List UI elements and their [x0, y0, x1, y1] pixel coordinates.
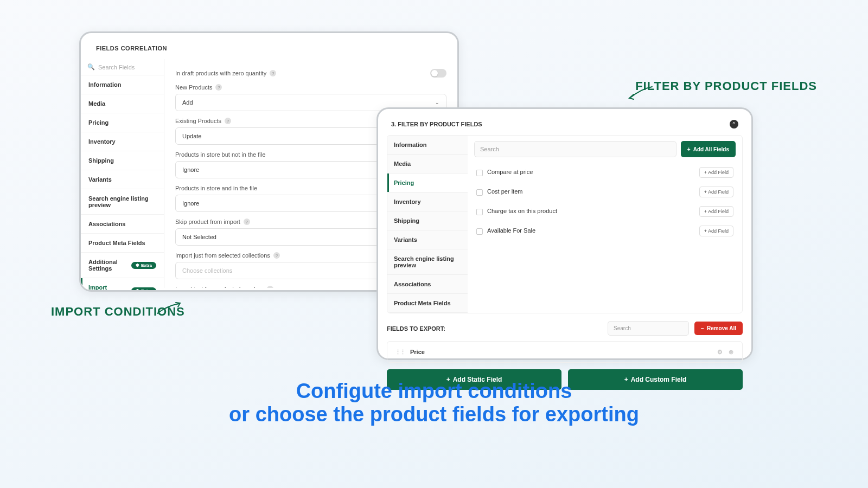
filter-sidebar: Information Media Pricing Inventory Ship…: [387, 136, 468, 313]
filter-tab-shipping[interactable]: Shipping: [387, 211, 468, 230]
extra-badge: Extra: [131, 262, 156, 269]
remove-all-button[interactable]: −Remove All: [694, 322, 743, 335]
plus-icon: +: [687, 146, 691, 152]
chevron-down-icon: ⌄: [435, 100, 439, 105]
search-fields-input[interactable]: 🔍 Search Fields: [81, 59, 164, 75]
sidebar-item-variants[interactable]: Variants: [81, 170, 164, 189]
add-field-button[interactable]: + Add Field: [699, 226, 733, 236]
filter-search-input[interactable]: Search: [474, 141, 676, 157]
sidebar-item-meta[interactable]: Product Meta Fields: [81, 234, 164, 253]
help-icon[interactable]: ?: [270, 70, 276, 76]
field-row: Compare at price + Add Field: [474, 163, 736, 182]
arrow-icon: [156, 301, 183, 318]
sidebar-item-media[interactable]: Media: [81, 94, 164, 113]
minus-icon: −: [701, 325, 704, 331]
add-field-button[interactable]: + Add Field: [699, 206, 733, 217]
filter-tab-associations[interactable]: Associations: [387, 275, 468, 294]
help-icon[interactable]: ?: [267, 286, 273, 288]
filter-tab-media[interactable]: Media: [387, 155, 468, 174]
help-icon[interactable]: ?: [215, 84, 222, 91]
extra-badge: Extra: [131, 287, 156, 292]
sidebar-item-inventory[interactable]: Inventory: [81, 132, 164, 151]
help-icon[interactable]: ?: [244, 219, 250, 225]
checkbox[interactable]: [476, 170, 483, 176]
drag-icon[interactable]: ⋮⋮: [395, 349, 405, 355]
collapse-icon[interactable]: ⌃: [730, 120, 738, 129]
field-row: Available For Sale + Add Field: [474, 221, 736, 241]
draft-toggle[interactable]: [430, 69, 446, 78]
checkbox[interactable]: [476, 209, 483, 215]
export-search-input[interactable]: Search: [608, 321, 689, 336]
help-icon[interactable]: ?: [273, 252, 280, 259]
help-icon[interactable]: ?: [225, 118, 231, 124]
filter-tab-information[interactable]: Information: [387, 136, 468, 155]
sidebar-item-seo[interactable]: Search engine listing preview: [81, 189, 164, 215]
filter-tab-variants[interactable]: Variants: [387, 230, 468, 249]
sidebar-item-shipping[interactable]: Shipping: [81, 151, 164, 170]
sidebar-item-additional[interactable]: Additional Settings Extra: [81, 253, 164, 278]
close-icon[interactable]: ⊗: [727, 348, 735, 356]
sidebar-item-information[interactable]: Information: [81, 75, 164, 94]
field-row: Charge tax on this product + Add Field: [474, 202, 736, 221]
headline: Configute import conditions or choose th…: [0, 380, 868, 426]
export-field-item[interactable]: ⋮⋮Price ⚙ ⊗: [387, 341, 743, 363]
sidebar-item-pricing[interactable]: Pricing: [81, 113, 164, 132]
arrow-icon: [627, 85, 654, 101]
annotation-right: FILTER BY PRODUCT FIELDS: [635, 79, 817, 93]
gear-icon[interactable]: ⚙: [716, 348, 724, 356]
filter-tab-inventory[interactable]: Inventory: [387, 192, 468, 211]
filter-fields-panel: 3. FILTER BY PRODUCT FIELDS ⌃ Informatio…: [376, 107, 753, 360]
filter-tab-meta[interactable]: Product Meta Fields: [387, 294, 468, 313]
add-field-button[interactable]: + Add Field: [699, 187, 733, 197]
checkbox[interactable]: [476, 228, 483, 235]
panel-header: 3. FILTER BY PRODUCT FIELDS: [391, 121, 482, 127]
fields-sidebar: 🔍 Search Fields Information Media Pricin…: [81, 59, 164, 288]
sidebar-item-associations[interactable]: Associations: [81, 215, 164, 234]
add-field-button[interactable]: + Add Field: [699, 167, 733, 178]
sidebar-item-import-conditions[interactable]: Import Conditions Extra: [81, 278, 164, 292]
panel-title: FIELDS CORRELATION: [81, 33, 457, 59]
field-row: Cost per item + Add Field: [474, 182, 736, 202]
search-icon: 🔍: [87, 63, 95, 70]
export-title: FIELDS TO EXPORT:: [387, 325, 602, 332]
checkbox[interactable]: [476, 189, 483, 196]
filter-tab-seo[interactable]: Search engine listing preview: [387, 249, 468, 275]
filter-tab-pricing[interactable]: Pricing: [387, 174, 468, 192]
add-all-fields-button[interactable]: +Add All Fields: [681, 141, 736, 157]
